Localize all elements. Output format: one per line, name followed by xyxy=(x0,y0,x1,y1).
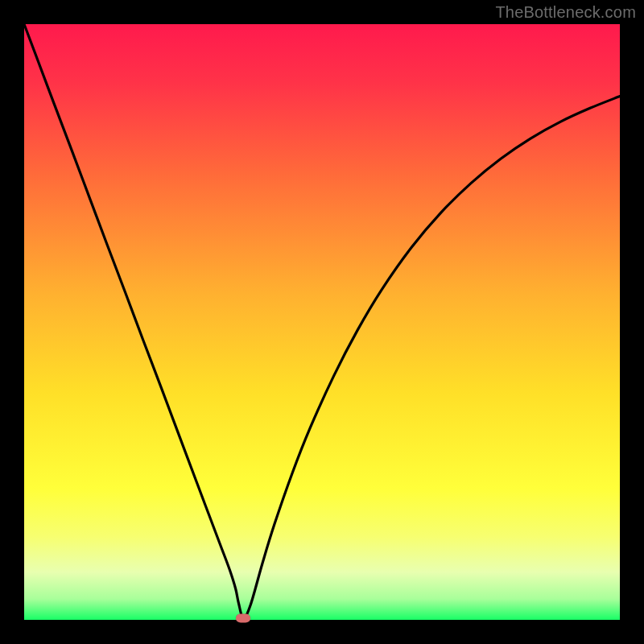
optimum-marker xyxy=(236,613,250,622)
plot-area xyxy=(24,24,620,620)
watermark-text: TheBottleneck.com xyxy=(495,3,636,22)
bottleneck-curve xyxy=(24,24,620,620)
chart-frame: TheBottleneck.com xyxy=(0,0,644,644)
curve-path xyxy=(24,24,620,618)
